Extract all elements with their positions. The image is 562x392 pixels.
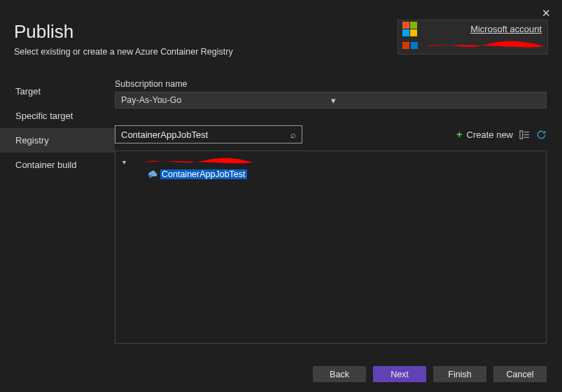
search-icon: ⌕: [290, 130, 296, 140]
create-new-label: Create new: [467, 130, 513, 140]
refresh-icon[interactable]: [535, 129, 547, 140]
redaction-icon: [426, 39, 545, 52]
container-registry-icon: [148, 170, 157, 178]
plus-icon: +: [456, 129, 462, 140]
tenant-color-icon: [411, 42, 418, 49]
subscription-value: Pay-As-You-Go: [121, 95, 331, 105]
account-primary-row[interactable]: Microsoft account: [398, 20, 547, 37]
cancel-button[interactable]: Cancel: [493, 366, 547, 382]
view-mode-icon[interactable]: [519, 129, 530, 140]
account-panel: Microsoft account: [398, 20, 548, 55]
page-title: Publish: [14, 21, 233, 43]
page-header: Publish Select existing or create a new …: [14, 21, 233, 57]
content-area: Subscription name Pay-As-You-Go ▾ ⌕ + Cr…: [115, 79, 547, 344]
account-title[interactable]: Microsoft account: [417, 24, 547, 34]
subscription-dropdown[interactable]: Pay-As-You-Go ▾: [115, 92, 547, 108]
tree-item-registry[interactable]: ContainerAppJobTest: [117, 168, 545, 181]
registry-tree[interactable]: ▾ ContainerAppJobTest: [115, 150, 547, 344]
tenant-color-icon: [402, 42, 409, 49]
page-subtitle: Select existing or create a new Azure Co…: [14, 47, 233, 57]
search-input[interactable]: [121, 130, 290, 140]
nav-item-container-build[interactable]: Container build: [0, 153, 115, 177]
back-button[interactable]: Back: [313, 366, 366, 382]
next-button[interactable]: Next: [373, 366, 426, 382]
search-box[interactable]: ⌕: [115, 125, 302, 144]
nav-item-specific-target[interactable]: Specific target: [0, 104, 115, 128]
svg-rect-0: [519, 130, 522, 138]
create-new-button[interactable]: + Create new: [456, 129, 513, 140]
chevron-down-icon: ▾: [122, 158, 129, 166]
microsoft-logo-icon: [402, 22, 417, 36]
tree-item-label: ContainerAppJobTest: [160, 169, 247, 179]
redaction-icon: [142, 157, 254, 167]
nav-item-registry[interactable]: Registry: [0, 128, 115, 153]
wizard-nav: Target Specific target Registry Containe…: [0, 79, 115, 177]
wizard-button-bar: Back Next Finish Cancel: [313, 366, 547, 382]
account-secondary-row[interactable]: [398, 37, 547, 54]
subscription-label: Subscription name: [115, 79, 547, 89]
svg-point-4: [149, 175, 152, 178]
finish-button[interactable]: Finish: [433, 366, 486, 382]
nav-item-target[interactable]: Target: [0, 79, 115, 104]
chevron-down-icon: ▾: [331, 95, 541, 106]
tree-group-row[interactable]: ▾: [117, 155, 545, 168]
